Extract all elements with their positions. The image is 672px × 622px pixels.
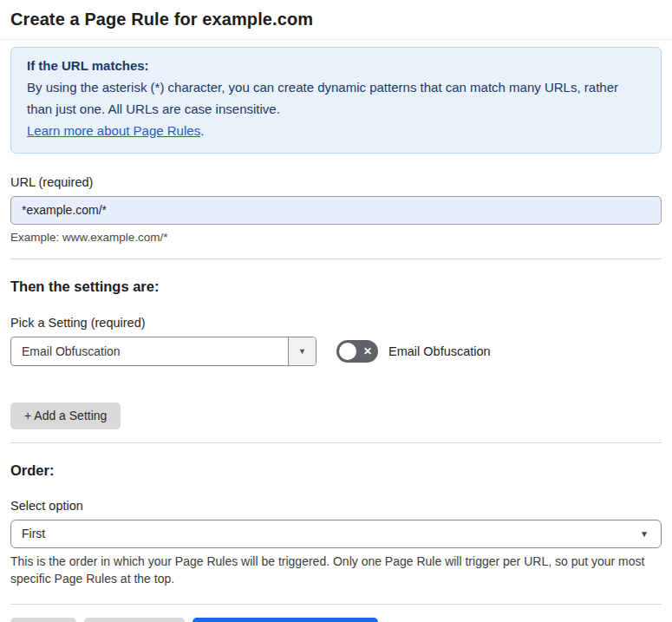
pick-setting-label: Pick a Setting (required)	[10, 316, 662, 330]
section-divider	[10, 442, 662, 443]
page-rule-form: Create a Page Rule for example.com	[0, 0, 672, 39]
order-select-label: Select option	[10, 499, 662, 513]
url-label: URL (required)	[10, 175, 662, 189]
url-input[interactable]	[10, 196, 662, 225]
add-setting-button[interactable]: + Add a Setting	[10, 403, 121, 429]
toggle-knob	[339, 343, 356, 360]
info-box-body: By using the asterisk (*) character, you…	[27, 77, 645, 121]
url-match-info-box: If the URL matches: By using the asteris…	[10, 47, 662, 154]
info-box-link-line: Learn more about Page Rules.	[27, 121, 645, 142]
cancel-button[interactable]: Cancel	[10, 618, 76, 622]
order-helper-text: This is the order in which your Page Rul…	[10, 553, 652, 588]
setting-row: Email Obfuscation ▼ ✕ Email Obfuscation	[10, 337, 662, 366]
footer-divider	[10, 604, 662, 605]
section-divider	[10, 259, 662, 259]
email-obfuscation-toggle[interactable]: ✕	[336, 340, 378, 363]
footer-actions: Cancel Save as Draft Save and Deploy Pag…	[10, 618, 662, 622]
url-example-helper: Example: www.example.com/*	[10, 231, 662, 244]
save-as-draft-button[interactable]: Save as Draft	[84, 618, 186, 622]
chevron-down-icon: ▼	[640, 529, 649, 539]
dropdown-arrow-button[interactable]: ▼	[288, 337, 316, 365]
url-section: URL (required) Example: www.example.com/…	[10, 175, 662, 244]
save-and-deploy-button[interactable]: Save and Deploy Page Rule	[192, 618, 378, 622]
toggle-off-x-icon: ✕	[363, 346, 372, 357]
learn-more-link[interactable]: Learn more about Page Rules	[27, 123, 200, 138]
info-box-heading: If the URL matches:	[27, 56, 645, 77]
settings-section-heading: Then the settings are:	[10, 278, 662, 295]
setting-dropdown[interactable]: Email Obfuscation ▼	[10, 337, 316, 366]
toggle-label: Email Obfuscation	[388, 344, 491, 358]
order-section-heading: Order:	[10, 462, 662, 479]
header-divider	[0, 39, 672, 40]
order-select[interactable]: First ▼	[10, 520, 662, 548]
chevron-down-icon: ▼	[298, 347, 306, 356]
page-title: Create a Page Rule for example.com	[10, 0, 662, 39]
link-period: .	[200, 123, 204, 138]
order-select-value: First	[22, 527, 45, 540]
setting-dropdown-value: Email Obfuscation	[11, 337, 288, 365]
